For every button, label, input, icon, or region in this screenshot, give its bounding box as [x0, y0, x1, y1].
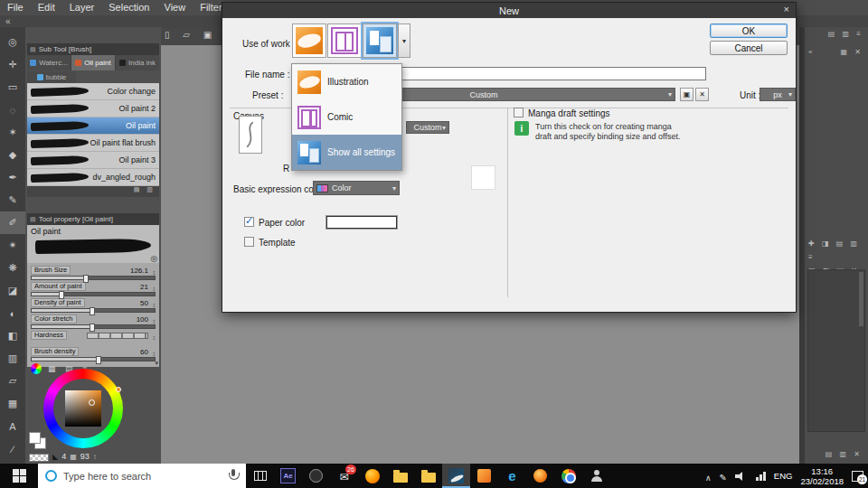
basic-expression-select[interactable]: Color: [313, 181, 400, 195]
Oil paint 3[interactable]: Oil paint 3: [27, 152, 159, 169]
slider-label[interactable]: Density of paint: [31, 298, 85, 307]
sub-tool-tab[interactable]: Waterc...: [27, 55, 71, 70]
right-panel-top-icons[interactable]: ▤ ▥ ≡: [828, 30, 863, 38]
eraser-tool[interactable]: ◪: [0, 279, 25, 302]
dropdown-option[interactable]: Show all settings: [292, 135, 401, 170]
Oil paint 2[interactable]: Oil paint 2: [27, 100, 159, 117]
slider-label[interactable]: Hardness: [31, 331, 67, 340]
clock[interactable]: 13:16 23/02/2018: [800, 466, 844, 486]
blend-tool[interactable]: ◐: [0, 302, 25, 324]
dropdown-option[interactable]: Illustration: [292, 64, 401, 99]
scroll-down-icon[interactable]: ▾: [155, 360, 158, 367]
tool-property-header[interactable]: ▤ Tool property [Oil paint]: [27, 213, 159, 225]
menu-item[interactable]: Selection: [101, 0, 156, 15]
pencil-tool[interactable]: ✎: [0, 189, 25, 211]
hardness-segments[interactable]: [87, 333, 148, 339]
scrollbar[interactable]: [859, 272, 863, 326]
work-type-option[interactable]: [363, 23, 397, 58]
volume-icon[interactable]: [735, 471, 748, 482]
sub-tool-tab[interactable]: Oil paint: [71, 55, 115, 70]
mail-taskbar-item[interactable]: 26: [330, 464, 358, 488]
app3-taskbar-item[interactable]: [526, 464, 554, 488]
marquee-tool[interactable]: ▭: [0, 76, 25, 99]
network-icon[interactable]: [756, 471, 766, 481]
slider-track[interactable]: [31, 324, 156, 329]
eyedropper-tool[interactable]: ◆: [0, 144, 25, 166]
value-spinner-icon[interactable]: [148, 327, 156, 343]
cancel-button[interactable]: Cancel: [710, 41, 788, 55]
color-wheel-icon[interactable]: [31, 363, 42, 374]
contacts-taskbar-item[interactable]: [582, 464, 610, 488]
right-panel-bottom-icons[interactable]: ▤ ▥ ✕: [826, 450, 863, 458]
Oil paint flat brush[interactable]: Oil paint flat brush: [27, 135, 159, 152]
work-type-option[interactable]: [292, 23, 326, 58]
menu-item[interactable]: File: [0, 0, 31, 15]
language-indicator[interactable]: ENG: [774, 471, 793, 481]
figure-tool[interactable]: ▱: [0, 370, 25, 392]
microphone-icon[interactable]: [228, 469, 239, 483]
slider-track[interactable]: [31, 308, 156, 313]
spinner-icon[interactable]: ↕: [93, 453, 97, 461]
slider-label[interactable]: Color stretch: [31, 314, 77, 324]
search-box[interactable]: Type here to search: [38, 464, 246, 488]
paper-color-value[interactable]: [326, 216, 397, 229]
work-type-option[interactable]: [327, 23, 362, 58]
task-view-button[interactable]: [246, 464, 274, 488]
Oil paint[interactable]: Oil paint: [27, 117, 159, 135]
pen-tool[interactable]: ✒: [0, 166, 25, 189]
edge-taskbar-item[interactable]: [498, 464, 526, 488]
Color change[interactable]: Color change: [27, 83, 159, 100]
sub-tool-tab[interactable]: India ink: [116, 55, 159, 70]
list-footer-icons[interactable]: ▤ ▥: [134, 186, 156, 192]
lasso-tool[interactable]: ◌: [0, 99, 25, 121]
gradient-tool[interactable]: ▥: [0, 347, 25, 370]
explorer-taskbar-item[interactable]: [386, 464, 414, 488]
slider-track[interactable]: [31, 276, 156, 280]
app2-taskbar-item[interactable]: [470, 464, 498, 488]
register-preset-button[interactable]: ▣: [680, 88, 693, 101]
menu-item[interactable]: Edit: [31, 0, 62, 15]
hidden-icons-chevron[interactable]: [705, 468, 712, 484]
slider-label[interactable]: Amount of paint: [31, 282, 86, 291]
right-panel-header-icons[interactable]: ▦ ✕: [841, 48, 863, 56]
clip-studio-paint-taskbar-item[interactable]: [442, 464, 470, 488]
manga-draft-checkbox[interactable]: [514, 108, 524, 117]
close-icon[interactable]: ×: [784, 4, 789, 14]
delete-preset-button[interactable]: ✕: [695, 88, 709, 101]
slider-label[interactable]: Brush Size: [31, 266, 71, 275]
saturation-value-square[interactable]: [65, 390, 101, 427]
sub-tool-panel-header[interactable]: ▤ Sub Tool [Brush]: [27, 43, 159, 55]
work-dropdown-button[interactable]: [398, 23, 410, 58]
pen-icon[interactable]: [719, 468, 726, 484]
menu-item[interactable]: View: [157, 0, 193, 15]
action-center-icon[interactable]: 21: [852, 471, 863, 482]
brush-tool[interactable]: ✐: [0, 211, 25, 234]
correct-line-tool[interactable]: ∕: [0, 437, 25, 460]
dropdown-option[interactable]: Comic: [292, 99, 401, 135]
unit-select[interactable]: px: [760, 88, 796, 101]
collapse-panel-icon[interactable]: «: [5, 16, 11, 26]
dialog-titlebar[interactable]: New ×: [222, 3, 796, 18]
text-tool[interactable]: A: [0, 415, 25, 437]
file-toolbar-icons[interactable]: ▯ ▱ ▣: [165, 30, 217, 40]
layer-command-row[interactable]: ✚ ◨ ▤ ▥ ≡: [808, 237, 864, 264]
paper-color-checkbox[interactable]: [244, 217, 254, 227]
dv_angled_rough[interactable]: dv_angled_rough: [27, 169, 159, 186]
after-effects-taskbar-item[interactable]: [274, 464, 302, 488]
collapse-panel-icon[interactable]: «: [808, 48, 812, 56]
size-preset-select[interactable]: Custom: [406, 121, 449, 134]
main-color-swatch[interactable]: [29, 432, 41, 444]
decoration-tool[interactable]: ❋: [0, 257, 25, 279]
template-checkbox[interactable]: [244, 237, 254, 247]
firefox-taskbar-item[interactable]: [358, 464, 386, 488]
move-tool[interactable]: ✛: [0, 53, 25, 76]
zoom-tool[interactable]: ◎: [0, 31, 25, 53]
sub-tool-tab[interactable]: bubble: [27, 71, 76, 83]
airbrush-tool[interactable]: ✴: [0, 234, 25, 257]
slider-label[interactable]: Brush density: [31, 347, 79, 356]
auto-select-tool[interactable]: ✶: [0, 121, 25, 144]
slider-track[interactable]: [31, 357, 156, 361]
chrome-taskbar-item[interactable]: [554, 464, 582, 488]
transparent-color-swatch[interactable]: [29, 454, 49, 462]
fill-tool[interactable]: ◧: [0, 324, 25, 347]
